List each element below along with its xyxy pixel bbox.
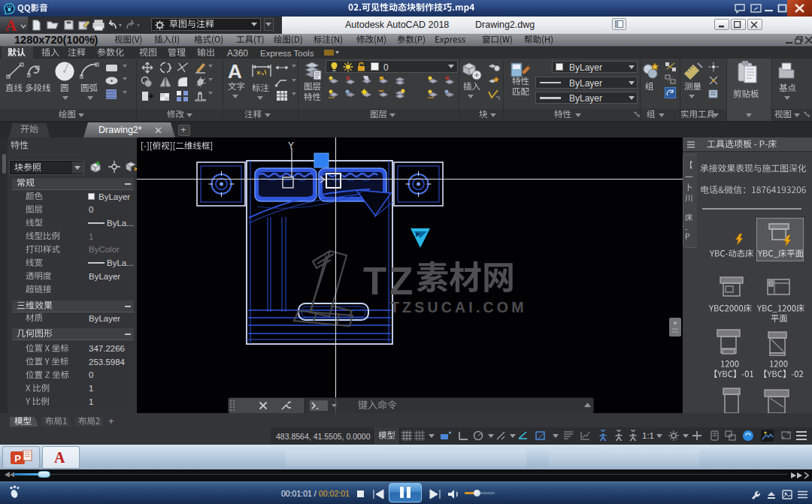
svg-text:P: P — [14, 453, 21, 464]
